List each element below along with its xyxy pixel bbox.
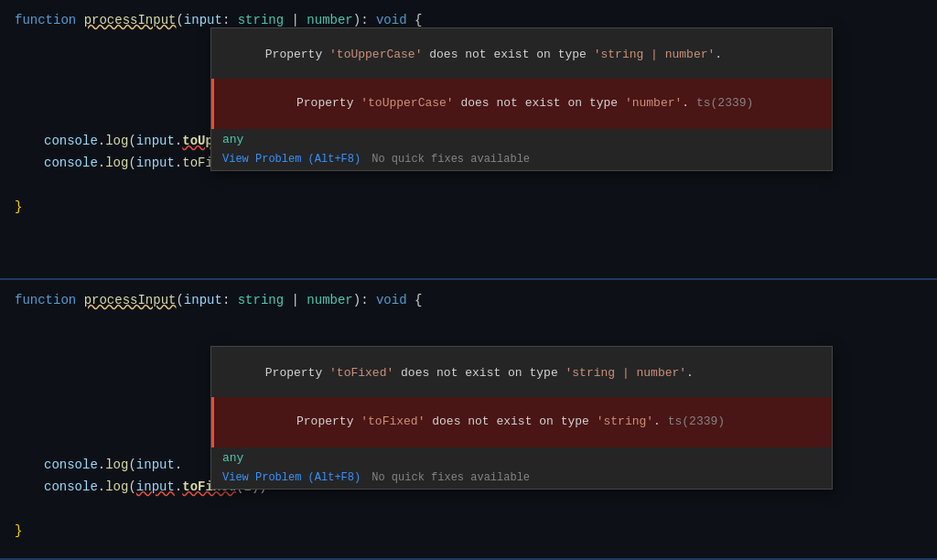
log-method: log <box>105 134 128 148</box>
log-method-p2-2: log <box>105 479 128 494</box>
tooltip-line1: Property 'toUpperCase' does not exist on… <box>211 28 832 79</box>
console-keyword-2: console <box>44 156 98 170</box>
console-keyword-p2-2: console <box>44 479 98 494</box>
editor-pane-1: function processInput ( input : string |… <box>0 0 937 280</box>
input-param-1: input <box>136 134 175 148</box>
view-problem-link[interactable]: View Problem (Alt+F8) <box>222 153 361 166</box>
log-method-2: log <box>105 156 128 170</box>
type-number: number <box>307 13 352 27</box>
keyword-function: function <box>15 13 76 27</box>
error-tooltip-2: Property 'toFixed' does not exist on typ… <box>210 346 833 490</box>
type-string: string <box>238 13 284 27</box>
view-problem-link-2[interactable]: View Problem (Alt+F8) <box>222 471 361 484</box>
function-name: processInput <box>84 13 177 27</box>
tooltip-line1-p2: Property 'toFixed' does not exist on typ… <box>211 347 832 397</box>
tooltip-any: any <box>211 129 832 150</box>
error-tooltip-1: Property 'toUpperCase' does not exist on… <box>210 27 833 171</box>
tooltip-line2: Property 'toUpperCase' does not exist on… <box>211 79 832 129</box>
closing-brace-2: } <box>0 520 937 542</box>
tooltip-any-p2: any <box>211 447 832 468</box>
function-name-2: processInput <box>84 293 177 307</box>
type-number-2: number <box>307 293 352 307</box>
input-param-p2-1: input <box>136 458 175 472</box>
param-input: input <box>184 13 222 27</box>
type-string-2: string <box>238 293 284 307</box>
tooltip-footer: View Problem (Alt+F8) No quick fixes ava… <box>211 150 832 170</box>
type-void: void <box>376 13 407 27</box>
tooltip-footer-p2: View Problem (Alt+F8) No quick fixes ava… <box>211 468 832 489</box>
blank-line-p2-1 <box>0 311 937 333</box>
blank-line-p2-end <box>0 498 937 520</box>
no-fixes-text: No quick fixes available <box>372 153 530 166</box>
log-method-p2-1: log <box>105 458 128 472</box>
blank-line-1 <box>0 174 937 196</box>
editor-pane-2: function processInput ( input : string |… <box>0 280 937 560</box>
param-input-2: input <box>184 293 222 307</box>
input-param-p2-2: input <box>136 479 175 494</box>
console-keyword: console <box>44 134 98 148</box>
closing-brace-1: } <box>0 196 937 218</box>
code-line-function-sig-2: function processInput ( input : string |… <box>0 289 937 311</box>
keyword-function-2: function <box>15 293 76 307</box>
no-fixes-text-2: No quick fixes available <box>372 471 530 484</box>
tooltip-line2-p2: Property 'toFixed' does not exist on typ… <box>211 397 832 447</box>
type-void-2: void <box>376 293 407 307</box>
console-keyword-p2-1: console <box>44 458 98 472</box>
input-param-2: input <box>136 156 175 170</box>
